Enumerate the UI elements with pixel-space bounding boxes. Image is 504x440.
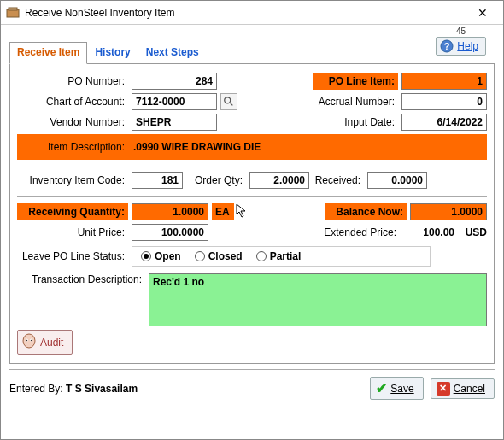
tab-receive-item[interactable]: Receive Item — [9, 42, 87, 64]
input-date-label: Input Date: — [313, 116, 398, 128]
panel-receive-item: PO Number: PO Line Item: 1 Chart of Acco… — [9, 64, 495, 364]
divider — [17, 196, 487, 197]
balance-now-label: Balance Now: — [325, 203, 407, 220]
input-date-input[interactable] — [401, 114, 487, 131]
inventory-item-code-input[interactable] — [132, 172, 183, 189]
item-description-value: .0990 WIRE DRAWING DIE — [128, 141, 261, 153]
app-icon — [6, 6, 20, 20]
inventory-item-code-label: Inventory Item Code: — [17, 174, 128, 186]
po-line-item-label: PO Line Item: — [313, 73, 398, 90]
extended-price-label: Extended Price: — [318, 226, 400, 238]
chart-lookup-button[interactable] — [220, 93, 237, 110]
svg-point-6 — [23, 334, 35, 348]
cancel-button[interactable]: ✕ Cancel — [431, 378, 495, 399]
entered-by-label: Entered By: — [9, 383, 63, 395]
help-icon: ? — [440, 39, 454, 53]
receiving-qty-label: Receiving Quantity: — [17, 203, 128, 220]
tab-history[interactable]: History — [87, 42, 138, 64]
radio-icon — [256, 251, 267, 261]
po-line-item-value: 1 — [401, 73, 487, 90]
receiving-qty-value[interactable]: 1.0000 — [132, 203, 208, 220]
radio-icon — [141, 251, 151, 261]
x-icon: ✕ — [437, 382, 450, 396]
po-number-input[interactable] — [132, 73, 217, 90]
svg-point-9 — [26, 340, 27, 341]
audit-label: Audit — [40, 337, 63, 349]
order-qty-input[interactable] — [249, 172, 309, 189]
cursor-icon — [236, 203, 249, 222]
receiving-qty-unit: EA — [212, 203, 234, 220]
svg-text:?: ? — [444, 41, 450, 51]
svg-point-4 — [225, 97, 231, 103]
save-label: Save — [390, 383, 413, 395]
vendor-number-label: Vendor Number: — [17, 116, 128, 128]
vendor-number-input[interactable] — [132, 114, 217, 131]
tab-next-steps[interactable]: Next Steps — [138, 42, 207, 64]
status-open-label: Open — [155, 250, 181, 262]
status-closed-radio[interactable]: Closed — [195, 250, 243, 262]
svg-point-10 — [31, 340, 32, 341]
tabs: Receive Item History Next Steps — [9, 42, 495, 64]
window-title: Receive NonSteel Inventory Item — [25, 7, 466, 19]
svg-rect-1 — [9, 8, 17, 10]
audit-button[interactable]: Audit — [17, 330, 73, 355]
cancel-label: Cancel — [454, 383, 485, 395]
accrual-number-input[interactable] — [401, 93, 487, 110]
audit-icon — [21, 333, 37, 351]
svg-line-5 — [230, 103, 233, 106]
received-label: Received: — [313, 174, 364, 186]
chart-of-account-label: Chart of Account: — [17, 96, 128, 108]
save-button[interactable]: ✔ Save — [370, 377, 423, 400]
help-button[interactable]: ? Help — [436, 37, 486, 56]
close-button[interactable]: ✕ — [466, 3, 500, 22]
titlebar: Receive NonSteel Inventory Item ✕ — [1, 1, 503, 25]
item-description-row: Item Description: .0990 WIRE DRAWING DIE — [17, 134, 487, 160]
footer: Entered By: T S Sivasailam ✔ Save ✕ Canc… — [9, 369, 495, 400]
status-partial-radio[interactable]: Partial — [256, 250, 302, 262]
received-input[interactable] — [367, 172, 427, 189]
page-counter: 45 — [456, 26, 466, 36]
status-partial-label: Partial — [270, 250, 302, 262]
help-label: Help — [457, 40, 478, 52]
magnify-icon — [223, 96, 235, 108]
extended-price-currency: USD — [458, 226, 487, 238]
chart-of-account-input[interactable] — [132, 93, 217, 110]
radio-icon — [195, 251, 205, 261]
order-qty-label: Order Qty: — [186, 174, 246, 186]
transaction-desc-input[interactable] — [149, 273, 487, 326]
entered-by-value: T S Sivasailam — [66, 383, 138, 395]
status-closed-label: Closed — [208, 250, 243, 262]
unit-price-label: Unit Price: — [17, 226, 128, 238]
po-status-group: Open Closed Partial — [132, 246, 431, 267]
check-icon: ✔ — [376, 380, 387, 396]
accrual-number-label: Accrual Number: — [313, 96, 398, 108]
po-number-label: PO Number: — [17, 75, 128, 87]
unit-price-input[interactable] — [132, 224, 208, 241]
transaction-desc-label: Transaction Description: — [17, 273, 145, 285]
extended-price-value: 100.00 — [403, 226, 454, 238]
item-description-label: Item Description: — [21, 141, 128, 153]
status-open-radio[interactable]: Open — [141, 250, 181, 262]
leave-po-status-label: Leave PO Line Status: — [17, 250, 128, 262]
balance-now-value: 1.0000 — [410, 203, 487, 220]
